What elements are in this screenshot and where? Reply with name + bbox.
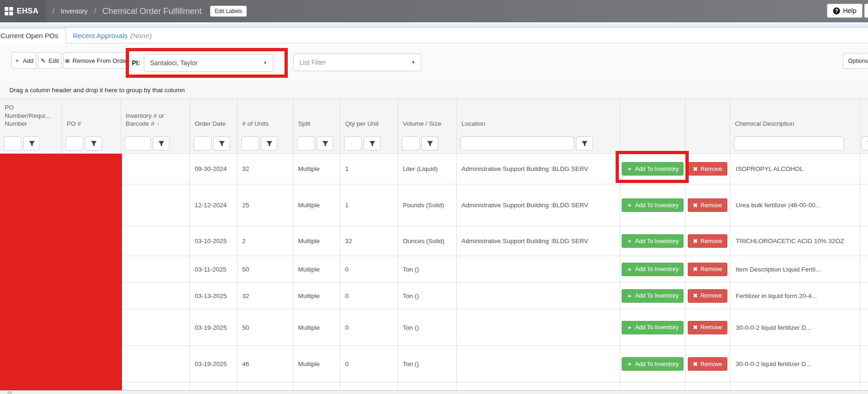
filter-cell-remove-action — [685, 134, 730, 153]
options-button[interactable]: Options ▼ — [843, 53, 868, 69]
remove-button[interactable]: ✖ Remove — [688, 289, 727, 303]
cell-qty-per-unit: 0 — [340, 283, 398, 309]
filter-funnel-button[interactable] — [861, 136, 868, 150]
filter-input[interactable] — [344, 136, 362, 150]
cell-order-date: 03-11-2025 — [190, 256, 237, 282]
add-to-inventory-button[interactable]: ＋ Add To Inventory — [622, 162, 684, 176]
add-to-inventory-button[interactable]: ＋ Add To Inventory — [622, 357, 684, 371]
brand-logo[interactable]: EHSA — [0, 0, 46, 22]
add-button[interactable]: ＋ Add — [11, 52, 36, 69]
add-to-inventory-button[interactable]: ＋ Add To Inventory — [622, 263, 684, 276]
filter-funnel-button[interactable] — [421, 136, 438, 150]
column-header-chemical-description[interactable]: Chemical Description — [730, 99, 861, 134]
filter-input[interactable] — [461, 136, 574, 150]
filter-cell-location — [457, 134, 620, 153]
column-header-units[interactable]: # of Units — [237, 99, 293, 134]
filter-input[interactable] — [734, 136, 844, 150]
cell-volume-size: Ton () — [398, 309, 457, 346]
funnel-icon — [322, 141, 328, 147]
filter-funnel-button[interactable] — [261, 136, 278, 150]
column-header-order-date[interactable]: Order Date — [190, 99, 237, 134]
remove-button[interactable]: ✖ Remove — [688, 263, 727, 276]
tab-current-open-pos[interactable]: Current Open POs — [0, 28, 66, 43]
caret-down-icon: ▼ — [411, 60, 415, 65]
cell-clipped — [861, 184, 868, 226]
filter-input[interactable] — [297, 136, 315, 150]
x-icon: ✖ — [693, 292, 698, 299]
cell-units: 32 — [237, 154, 293, 184]
horizontal-scrollbar[interactable] — [0, 390, 868, 394]
column-header-inventory-barcode[interactable]: Inventory # or Barcode #↑ — [121, 99, 190, 134]
column-header-volume-size[interactable]: Volume / Size — [398, 99, 457, 134]
remove-button[interactable]: ✖ Remove — [688, 321, 727, 334]
plus-icon: ＋ — [627, 360, 632, 368]
add-to-inventory-button[interactable]: ＋ Add To Inventory — [622, 321, 684, 334]
group-by-drop-zone[interactable]: Drag a column header and drop it here to… — [0, 81, 868, 99]
add-to-inventory-button[interactable]: ＋ Add To Inventory — [622, 198, 684, 212]
filter-input[interactable] — [125, 136, 151, 150]
cell-qty-per-unit: 0 — [340, 309, 398, 346]
cell-order-date: 03-19-2025 — [190, 346, 237, 382]
plus-icon: ＋ — [14, 56, 20, 65]
filter-funnel-button[interactable] — [23, 136, 40, 150]
x-icon: ✖ — [693, 166, 698, 172]
cell-split: Multiple — [293, 226, 340, 256]
help-button[interactable]: ? Help — [827, 4, 862, 18]
cell-order-date: 03-19-2025 — [190, 309, 237, 346]
edit-button[interactable]: ✎ Edit — [38, 52, 61, 69]
add-to-inventory-button[interactable]: ＋ Add To Inventory — [622, 234, 684, 248]
clipped-toolbar-button[interactable] — [864, 4, 868, 18]
cell-qty-per-unit: 1 — [340, 154, 398, 184]
column-header-qty-per-unit[interactable]: Qty per Unit — [340, 99, 398, 134]
column-header-split[interactable]: Split — [293, 99, 340, 134]
column-header-po[interactable]: PO # — [62, 99, 121, 134]
list-filter-dropdown[interactable]: List Filter ▼ — [293, 54, 421, 71]
column-header-location[interactable]: Location — [457, 99, 620, 134]
cell-volume-size: Ounces (Solid) — [398, 226, 457, 256]
header-accent-strip — [0, 22, 868, 28]
app-grid-icon — [5, 7, 13, 15]
cell-clipped — [861, 309, 868, 346]
cell-split: Multiple — [293, 283, 340, 309]
remove-button[interactable]: ✖ Remove — [688, 234, 727, 248]
table-row: 03-11-2025 50 Multiple 0 Ton () ＋ Add To… — [0, 256, 868, 283]
remove-button[interactable]: ✖ Remove — [688, 198, 727, 212]
edit-labels-button[interactable]: Edit Labels — [210, 6, 247, 17]
cell-clipped — [861, 283, 868, 309]
filter-input[interactable] — [66, 136, 83, 150]
filter-cell-order-date — [190, 134, 237, 153]
cell-units: 2 — [237, 226, 293, 256]
pencil-icon: ✎ — [41, 57, 46, 64]
tab-recent-approvals[interactable]: Recent Approvals (None) — [66, 28, 158, 43]
filter-funnel-button[interactable] — [85, 136, 102, 150]
pi-dropdown[interactable]: Santaloci, Taylor ▼ — [144, 54, 273, 72]
funnel-icon — [369, 141, 375, 147]
filter-input[interactable] — [402, 136, 420, 150]
remove-from-order-button[interactable]: ⊗ Remove From Order — [63, 52, 129, 69]
plus-icon: ＋ — [627, 265, 632, 273]
filter-funnel-button[interactable] — [317, 136, 333, 150]
remove-button[interactable]: ✖ Remove — [688, 357, 727, 371]
cell-chemical-description: 30-0-0-2 liquid fertilizer D... — [730, 346, 861, 382]
filter-funnel-button[interactable] — [576, 136, 593, 150]
filter-input[interactable] — [4, 136, 21, 150]
breadcrumb-inventory[interactable]: Inventory — [61, 7, 88, 15]
filter-cell-split — [293, 134, 340, 153]
plus-icon: ＋ — [627, 237, 632, 245]
scrollbar-thumb[interactable] — [7, 391, 12, 394]
funnel-icon — [91, 141, 97, 147]
cell-clipped — [861, 256, 868, 282]
cell-inventory — [121, 309, 190, 346]
filter-input[interactable] — [241, 136, 259, 150]
column-header-po-number[interactable]: PO Number/Requi... Number — [0, 99, 62, 134]
table-row: 03-13-2025 32 Multiple 0 Ton () ＋ Add To… — [0, 283, 868, 309]
filter-funnel-button[interactable] — [364, 136, 380, 150]
filter-input[interactable] — [194, 136, 211, 150]
filter-funnel-button[interactable] — [153, 136, 170, 150]
remove-button[interactable]: ✖ Remove — [688, 162, 727, 176]
cell-units: 50 — [237, 309, 293, 346]
filter-funnel-button[interactable] — [213, 136, 230, 150]
add-to-inventory-button[interactable]: ＋ Add To Inventory — [622, 289, 684, 303]
cell-clipped — [861, 226, 868, 256]
cell-chemical-description: ISOPROPYL ALCOHOL — [730, 154, 861, 184]
